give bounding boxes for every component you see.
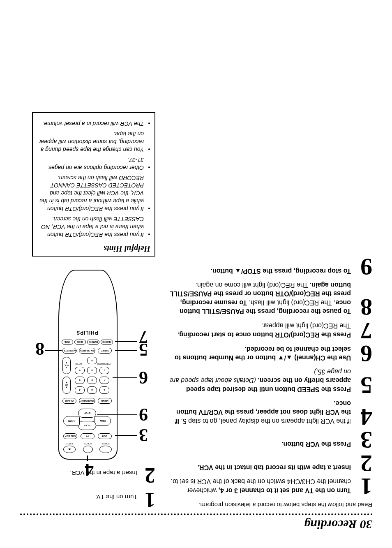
hint-item: The VCR will record in a preset volume. <box>39 120 144 127</box>
remote-diagram: POWER VCR/TV ⏏ EJECT VCR TV CBL BOX REW … <box>24 262 155 460</box>
power-label: POWER <box>99 442 112 445</box>
callout-7-line <box>115 341 137 342</box>
side-step-text: Turn on the TV. <box>95 491 137 501</box>
callout-6: 6 <box>139 368 148 386</box>
callout-6-line <box>113 377 137 378</box>
callout-3-line <box>115 435 137 436</box>
tv-button: TV <box>81 433 95 439</box>
callout-7: 7 <box>139 328 148 346</box>
step-number: 9 <box>356 257 372 276</box>
record-button: RECORD <box>101 340 113 345</box>
callout-9: 9 <box>139 405 148 423</box>
callout-8-line <box>45 350 62 351</box>
page-number: 30 <box>360 518 372 532</box>
step-number: 1 <box>356 477 372 496</box>
callout-8: 8 <box>35 340 44 358</box>
clear-button: CLEAR <box>62 398 76 404</box>
step-1: 1 Turn on the TV and set it to channel 3… <box>165 477 372 496</box>
step-text: To pause the recording, press the PAUSE/… <box>165 280 351 317</box>
callout-4-line <box>87 456 88 461</box>
num-0: 0 <box>87 357 97 364</box>
num-8: 8 <box>87 367 97 374</box>
slow-button: SLOW <box>74 340 86 345</box>
cblbox-button: CBL BOX <box>63 433 77 439</box>
helpful-hints-box: Helpful Hints If you press the REC(ord)/… <box>32 112 155 256</box>
vcr-button: VCR <box>98 433 112 439</box>
step-number: 7 <box>356 321 372 340</box>
ch-rocker: ∧CH∨ <box>62 377 71 394</box>
step-4: 4 If the VCR light appears on the displa… <box>165 399 372 426</box>
menu-button: MENU <box>98 398 112 404</box>
num-5: 5 <box>87 377 97 384</box>
num-6: 6 <box>75 377 85 384</box>
step-number: 2 <box>356 453 372 472</box>
power-button <box>99 446 112 453</box>
step-text: Turn on the TV and set it to channel 3 o… <box>165 477 351 496</box>
num-1: 1 <box>99 386 109 394</box>
step-text: Use the CH(annel) ▲/▼ button or the Numb… <box>165 344 351 363</box>
callout-5-line <box>115 350 137 351</box>
step-7: 7 Press the REC(ord)/OTR button once to … <box>165 321 372 340</box>
callout-3: 3 <box>139 426 148 444</box>
step-text: Press the VCR button. <box>281 430 351 449</box>
brand-label: PHILIPS <box>58 330 117 335</box>
pause-button: PAUSE/STILL <box>62 348 76 354</box>
side-step-2: 2 Insert a tape in the VCR. <box>70 467 155 484</box>
num-4: 4 <box>99 377 109 384</box>
step-text: Press the SPEED button until the desired… <box>165 367 351 395</box>
ffwd-button: F.FWD <box>63 416 80 426</box>
step-text: Press the REC(ord)/OTR button once to st… <box>178 321 351 340</box>
step-number: 1 <box>141 491 155 509</box>
status-button: STATUS/EXIT <box>79 398 95 404</box>
step-3: 3 Press the VCR button. <box>165 430 372 449</box>
side-column: 1 Turn on the TV. 2 Insert a tape in the… <box>20 112 155 509</box>
step-8: 8 To pause the recording, press the PAUS… <box>165 280 372 317</box>
step-text: Insert a tape with its record tab intact… <box>198 453 351 472</box>
vol-rocker: ∧VOL∨ <box>62 357 71 374</box>
callout-4: 4 <box>85 460 94 479</box>
step-6: 6 Use the CH(annel) ▲/▼ button or the Nu… <box>165 344 372 363</box>
hint-item: You can change the tape speed during a r… <box>39 130 144 153</box>
num-7: 7 <box>99 367 109 374</box>
rule <box>20 513 372 515</box>
remote-body: POWER VCR/TV ⏏ EJECT VCR TV CBL BOX REW … <box>58 270 118 460</box>
eject-label: EJECT <box>63 442 76 445</box>
eject-button: ⏏ <box>63 446 76 453</box>
step-text: To stop recording, press the STOP/▲ butt… <box>211 257 351 276</box>
vcrsearch-label: VCR/SEARCH <box>96 363 112 365</box>
vcrtv-button <box>83 446 93 453</box>
step-number: 5 <box>356 367 372 395</box>
main-column: Read and follow the steps below to recor… <box>165 253 372 509</box>
step-2: 2 Insert a tape with its record tab inta… <box>165 453 372 472</box>
step-number: 6 <box>356 344 372 363</box>
hint-item: If you press the REC(ord)/OTR button whe… <box>39 215 144 238</box>
memory-button: MEMORY <box>87 340 99 345</box>
mute-button: MUTE <box>62 340 73 345</box>
idxsearch-button: IDX SEARCH <box>79 348 95 354</box>
num-3: 3 <box>75 386 85 394</box>
step-9: 9 To stop recording, press the STOP/▲ bu… <box>165 257 372 276</box>
step-number: 3 <box>356 430 372 449</box>
speed-button: SPEED <box>98 348 112 354</box>
side-step-1: 1 Turn on the TV. <box>95 491 155 509</box>
play-button: PLAY <box>78 421 96 430</box>
intro-text: Read and follow the steps below to recor… <box>165 502 372 509</box>
step-text: If the VCR light appears on the display … <box>165 399 351 426</box>
step-5: 5 Press the SPEED button until the desir… <box>165 367 372 395</box>
num-2: 2 <box>87 386 97 394</box>
step-number: 4 <box>356 399 372 426</box>
vcrtv-label: VCR/TV <box>81 442 95 445</box>
step-number: 2 <box>141 467 155 484</box>
side-step-text: Insert a tape in the VCR. <box>70 467 137 476</box>
hint-item: Other recording options are on pages 31-… <box>39 156 144 171</box>
altch-label: ALT CH <box>72 363 85 365</box>
step-number: 8 <box>356 280 372 317</box>
stop-button: STOP <box>78 409 96 418</box>
num-9: 9 <box>75 367 85 374</box>
hint-item: If you press the REC(ord)/OTR button whi… <box>39 174 144 213</box>
hints-title: Helpful Hints <box>33 242 154 256</box>
page-title: Recording <box>304 518 357 532</box>
rew-button: REW <box>95 416 111 426</box>
callout-9-line <box>97 414 137 415</box>
